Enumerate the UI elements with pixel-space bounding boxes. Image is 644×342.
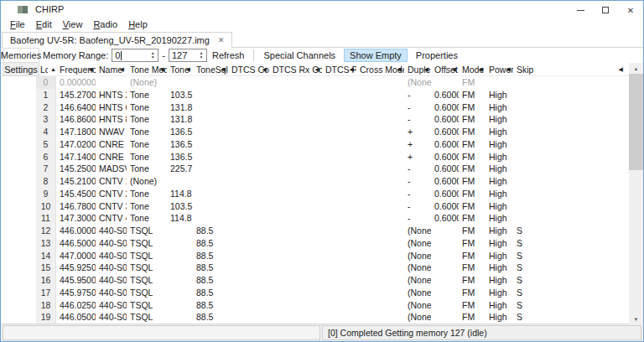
menu-view[interactable]: View	[60, 19, 86, 29]
cell-tone[interactable]: 136.5	[167, 151, 193, 163]
cell-offset[interactable]: 0.600000	[431, 89, 459, 101]
cell-tone-mode[interactable]: Tone	[127, 126, 167, 138]
cell-tonesql[interactable]: 88.5	[193, 237, 228, 250]
row-label[interactable]: 6	[36, 151, 56, 163]
cell-dtcs-pol[interactable]	[322, 262, 356, 274]
cell-skip[interactable]: S	[513, 262, 626, 274]
cell-skip[interactable]: S	[513, 287, 626, 299]
cell-frequency[interactable]: 147.020000	[56, 138, 96, 151]
cell-tonesql[interactable]	[193, 212, 228, 225]
memory-row-8[interactable]: 8145.210000CNTV 1(None)-0.600000FMHigh	[1, 175, 643, 188]
cell-frequency[interactable]: 145.250000	[56, 163, 96, 175]
column-menu-icon[interactable]: ◀	[452, 66, 456, 73]
cell-tonesql[interactable]	[193, 113, 228, 126]
memory-row-6[interactable]: 6147.140000CNRE 2Tone136.5+0.600000FMHig…	[1, 151, 643, 163]
cell-dtcs-rx-code[interactable]	[269, 89, 322, 101]
cell-tone[interactable]	[167, 287, 193, 299]
cell-skip[interactable]: S	[513, 299, 626, 312]
cell-dtcs-code[interactable]	[228, 212, 269, 225]
show-empty-toggle[interactable]: Show Empty	[344, 49, 408, 62]
cell-offset[interactable]: 0.600000	[431, 113, 459, 126]
scrollbar-thumb[interactable]	[629, 74, 643, 170]
vertical-scrollbar[interactable]: ▲ ▼	[629, 63, 643, 324]
cell-name[interactable]: 440-S08	[96, 311, 127, 324]
cell-dtcs-code[interactable]	[228, 237, 269, 250]
cell-name[interactable]: CNTV 2	[96, 188, 127, 200]
cell-cross-mode[interactable]	[356, 237, 404, 250]
cell-mode[interactable]: FM	[459, 287, 486, 299]
column-header-duplex[interactable]: Duplex◀	[404, 63, 431, 76]
cell-duplex[interactable]: -	[404, 101, 431, 114]
cell-name[interactable]: CNRE 1	[96, 138, 127, 151]
cell-dtcs-code[interactable]	[228, 89, 269, 101]
cell-tone[interactable]: 136.5	[167, 126, 193, 138]
row-label[interactable]: 5	[36, 138, 56, 151]
cell-name[interactable]: 440-S01	[96, 225, 127, 237]
cell-offset[interactable]	[431, 311, 459, 324]
cell-dtcs-code[interactable]	[228, 299, 269, 312]
cell-dtcs-code[interactable]	[228, 250, 269, 262]
cell-power[interactable]: High	[486, 188, 513, 200]
cell-duplex[interactable]: -	[404, 163, 431, 175]
cell-offset[interactable]: 0.600000	[431, 212, 459, 225]
document-tab[interactable]: Baofeng UV-5R: Baofeng_UV-5R_20190227.im…	[2, 32, 232, 48]
cell-dtcs-code[interactable]	[228, 287, 269, 299]
cell-skip[interactable]	[513, 212, 626, 225]
cell-dtcs-pol[interactable]	[322, 175, 356, 188]
cell-skip[interactable]: S	[513, 274, 626, 287]
spinner-arrows[interactable]: ▲▼	[196, 51, 206, 60]
cell-cross-mode[interactable]	[356, 89, 404, 101]
cell-dtcs-pol[interactable]	[322, 151, 356, 163]
cell-power[interactable]: High	[486, 126, 513, 138]
cell-skip[interactable]	[513, 76, 626, 89]
cell-cross-mode[interactable]	[356, 163, 404, 175]
cell-dtcs-rx-code[interactable]	[269, 113, 322, 126]
row-label[interactable]: 14	[36, 250, 56, 262]
cell-offset[interactable]: 0.600000	[431, 188, 459, 200]
cell-power[interactable]: High	[486, 237, 513, 250]
cell-tone-mode[interactable]: TSQL	[127, 250, 167, 262]
cell-tone-mode[interactable]: Tone	[127, 212, 167, 225]
cell-name[interactable]: CNTV 3	[96, 200, 127, 213]
row-label[interactable]: 18	[36, 299, 56, 312]
cell-name[interactable]: CNRE 2	[96, 151, 127, 163]
cell-tone[interactable]: 131.8	[167, 101, 193, 114]
cell-mode[interactable]: FM	[459, 188, 486, 200]
cell-duplex[interactable]: (None)	[404, 274, 431, 287]
cell-tonesql[interactable]	[193, 126, 228, 138]
column-menu-icon[interactable]: ◀	[619, 66, 623, 73]
cell-power[interactable]: High	[486, 175, 513, 188]
cell-dtcs-rx-code[interactable]	[269, 287, 322, 299]
cell-offset[interactable]: 0.600000	[431, 101, 459, 114]
cell-dtcs-rx-code[interactable]	[269, 262, 322, 274]
cell-cross-mode[interactable]	[356, 225, 404, 237]
cell-dtcs-pol[interactable]	[322, 250, 356, 262]
cell-tone[interactable]: 136.5	[167, 138, 193, 151]
cell-dtcs-pol[interactable]	[322, 76, 356, 89]
minimize-button[interactable]	[568, 1, 593, 19]
cell-tonesql[interactable]: 88.5	[193, 299, 228, 312]
cell-name[interactable]: 440-S05	[96, 274, 127, 287]
cell-offset[interactable]: 0.600000	[431, 163, 459, 175]
cell-dtcs-pol[interactable]	[322, 126, 356, 138]
cell-dtcs-rx-code[interactable]	[269, 188, 322, 200]
cell-dtcs-rx-code[interactable]	[269, 274, 322, 287]
cell-dtcs-rx-code[interactable]	[269, 299, 322, 312]
cell-power[interactable]: High	[486, 151, 513, 163]
cell-cross-mode[interactable]	[356, 138, 404, 151]
memory-row-9[interactable]: 9145.450000CNTV 2Tone114.8-0.600000FMHig…	[1, 188, 643, 200]
cell-tonesql[interactable]	[193, 200, 228, 213]
column-menu-icon[interactable]: ◀	[506, 66, 511, 73]
column-menu-icon[interactable]: ◀	[186, 66, 190, 73]
cell-frequency[interactable]: 445.975000	[56, 287, 96, 299]
cell-mode[interactable]: FM	[459, 250, 486, 262]
memory-row-16[interactable]: 16445.950000440-S05TSQL88.5(None)FMHighS	[1, 274, 643, 287]
cell-name[interactable]: 440-S07	[96, 299, 127, 312]
cell-duplex[interactable]: +	[404, 138, 431, 151]
cell-dtcs-code[interactable]	[228, 76, 269, 89]
cell-tonesql[interactable]	[193, 101, 228, 114]
row-label[interactable]: 2	[36, 101, 56, 114]
properties-button[interactable]: Properties	[411, 50, 463, 60]
memory-row-19[interactable]: 19446.050000440-S08TSQL88.5(None)FMHighS	[1, 311, 643, 324]
memory-row-3[interactable]: 3146.860000HNTS 86Tone131.8-0.600000FMHi…	[1, 113, 643, 126]
